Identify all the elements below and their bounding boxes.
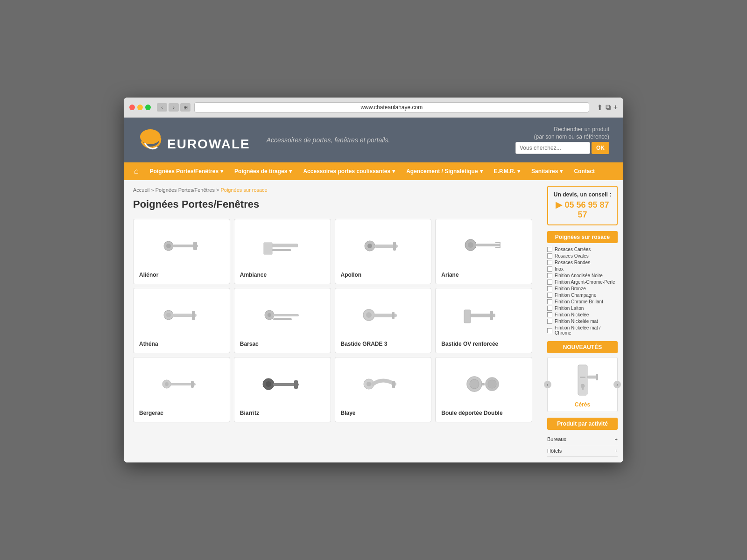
product-name-bergerac: Bergerac <box>139 410 224 416</box>
sidebar: Un devis, un conseil : ▶ 05 56 95 87 57 … <box>542 180 623 462</box>
product-card-bastide-ov[interactable]: Bastide OV renforcée <box>435 288 532 353</box>
filter-item-rosaces-carrees[interactable]: Rosaces Carrées <box>547 247 618 252</box>
checkbox-laiton[interactable] <box>547 306 552 311</box>
product-card-athena[interactable]: Athéna <box>133 288 230 353</box>
filter-item-rosaces-ovales[interactable]: Rosaces Ovales <box>547 253 618 259</box>
product-card-biarritz[interactable]: Biarritz <box>234 357 331 422</box>
carousel-prev-button[interactable]: ‹ <box>544 381 551 388</box>
search-button[interactable]: OK <box>592 142 609 154</box>
product-card-bastide-grade3[interactable]: Bastide GRADE 3 <box>335 288 432 353</box>
maximize-button[interactable] <box>145 105 151 110</box>
view-button[interactable]: ⊞ <box>180 103 190 112</box>
svg-point-35 <box>266 381 271 387</box>
filter-item-nickelee-mat-chrome[interactable]: Finition Nickelée mat / Chrome <box>547 325 618 336</box>
svg-rect-37 <box>294 380 298 389</box>
close-button[interactable] <box>129 105 135 110</box>
activity-label-bureaux: Bureaux <box>547 436 566 442</box>
svg-rect-26 <box>392 312 395 319</box>
carousel-next-button[interactable]: › <box>613 381 621 388</box>
new-tab-button[interactable]: ⧉ <box>606 103 611 112</box>
address-bar[interactable]: www.chateaulahaye.com <box>194 102 589 112</box>
product-name-alienor: Aliénor <box>139 272 224 278</box>
product-card-ariane[interactable]: Ariane <box>435 219 532 284</box>
product-name-ambiance: Ambiance <box>240 272 325 278</box>
checkbox-champagne[interactable] <box>547 293 552 298</box>
activity-item-bureaux[interactable]: Bureaux + <box>547 434 618 445</box>
forward-button[interactable]: › <box>169 103 179 112</box>
breadcrumb-poignees[interactable]: Poignées Portes/Fenêtres <box>155 187 215 193</box>
search-input[interactable] <box>515 142 590 154</box>
product-img-bastide-ov <box>441 294 526 336</box>
checkbox-anodisee-noire[interactable] <box>547 273 552 278</box>
nav-item-sanitaires[interactable]: Sanitaires ▾ <box>526 163 568 179</box>
checkbox-inox[interactable] <box>547 266 552 272</box>
svg-rect-51 <box>596 374 598 380</box>
breadcrumb-current: Poignées sur rosace <box>220 187 267 193</box>
product-name-athena: Athéna <box>139 341 224 347</box>
filter-item-bronze[interactable]: Finition Bronze <box>547 286 618 291</box>
filter-item-chrome-brillant[interactable]: Finition Chrome Brillant <box>547 299 618 304</box>
traffic-lights <box>129 105 151 110</box>
nav-item-coulissantes[interactable]: Accessoires portes coulissantes ▾ <box>297 163 401 179</box>
tagline: Accessoires de portes, fenêtres et porta… <box>267 136 390 144</box>
activity-section: Produit par activité Bureaux + Hôtels + <box>547 418 618 457</box>
nav-item-contact[interactable]: Contact <box>568 163 600 179</box>
activity-label-hotels: Hôtels <box>547 448 562 454</box>
checkbox-rosaces-rondes[interactable] <box>547 260 552 265</box>
nav-item-epmr[interactable]: E.P.M.R. ▾ <box>488 163 526 179</box>
minimize-button[interactable] <box>137 105 143 110</box>
checkbox-bronze[interactable] <box>547 286 552 291</box>
product-name-biarritz: Biarritz <box>240 410 325 416</box>
svg-point-9 <box>367 244 372 248</box>
checkbox-nickelee[interactable] <box>547 312 552 317</box>
product-grid-row1: Aliénor Ambiance <box>133 219 532 284</box>
filter-item-nickelee[interactable]: Finition Nickelée <box>547 312 618 317</box>
filter-item-inox[interactable]: Inox <box>547 266 618 272</box>
checkbox-chrome-brillant[interactable] <box>547 299 552 304</box>
nav-item-portes-fenetres[interactable]: Poignées Portes/Fenêtres ▾ <box>144 163 229 179</box>
product-img-biarritz <box>240 363 325 405</box>
checkbox-nickelee-mat[interactable] <box>547 319 552 324</box>
product-img-ambiance <box>240 225 325 267</box>
breadcrumb-accueil[interactable]: Accueil <box>133 187 149 193</box>
filter-item-champagne[interactable]: Finition Champagne <box>547 293 618 298</box>
svg-rect-6 <box>272 244 298 247</box>
logo-text: EUROWALE <box>167 137 250 152</box>
activity-item-hotels[interactable]: Hôtels + <box>547 445 618 457</box>
nav-item-agencement[interactable]: Agencement / Signalétique ▾ <box>401 163 488 179</box>
back-button[interactable]: ‹ <box>157 103 167 112</box>
product-card-blaye[interactable]: Blaye <box>335 357 432 422</box>
checkbox-rosaces-carrees[interactable] <box>547 247 552 252</box>
svg-rect-29 <box>490 311 493 320</box>
add-tab-button[interactable]: + <box>613 103 618 112</box>
product-name-blaye: Blaye <box>341 410 426 416</box>
filter-item-rosaces-rondes[interactable]: Rosaces Rondes <box>547 260 618 265</box>
nav-item-tirages[interactable]: Poignées de tirages ▾ <box>229 163 297 179</box>
nouveautes-section: NOUVEAUTÉS ‹ <box>547 341 618 412</box>
checkbox-rosaces-ovales[interactable] <box>547 253 552 259</box>
product-card-barsac[interactable]: Barsac <box>234 288 331 353</box>
filter-item-laiton[interactable]: Finition Laiton <box>547 306 618 311</box>
nouveautes-product-name: Cérès <box>551 401 613 408</box>
product-card-alienor[interactable]: Aliénor <box>133 219 230 284</box>
activity-arrow-hotels: + <box>615 448 618 454</box>
product-img-alienor <box>139 225 224 267</box>
share-button[interactable]: ⬆ <box>597 103 603 112</box>
search-label-line1: Rechercher un produit <box>515 126 609 133</box>
nav-home-button[interactable]: ⌂ <box>128 162 144 180</box>
product-card-apollon[interactable]: Apollon <box>335 219 432 284</box>
svg-rect-40 <box>392 381 395 388</box>
svg-rect-7 <box>272 249 291 251</box>
checkbox-nickelee-mat-chrome[interactable] <box>547 328 552 333</box>
product-img-ariane <box>441 225 526 267</box>
checkbox-argent-chrome[interactable] <box>547 280 552 285</box>
filter-item-nickelee-mat[interactable]: Finition Nickelée mat <box>547 319 618 324</box>
browser-actions: ⬆ ⧉ + <box>597 103 618 112</box>
svg-point-0 <box>140 129 161 144</box>
product-card-boule-deportee[interactable]: Boule déportée Double <box>435 357 532 422</box>
filter-item-anodisee-noire[interactable]: Finition Anodisée Noire <box>547 273 618 278</box>
product-card-ambiance[interactable]: Ambiance <box>234 219 331 284</box>
nouveautes-product[interactable]: ‹ Cérès <box>547 357 618 412</box>
product-card-bergerac[interactable]: Bergerac <box>133 357 230 422</box>
filter-item-argent-chrome[interactable]: Finition Argent-Chrome-Perle <box>547 280 618 285</box>
